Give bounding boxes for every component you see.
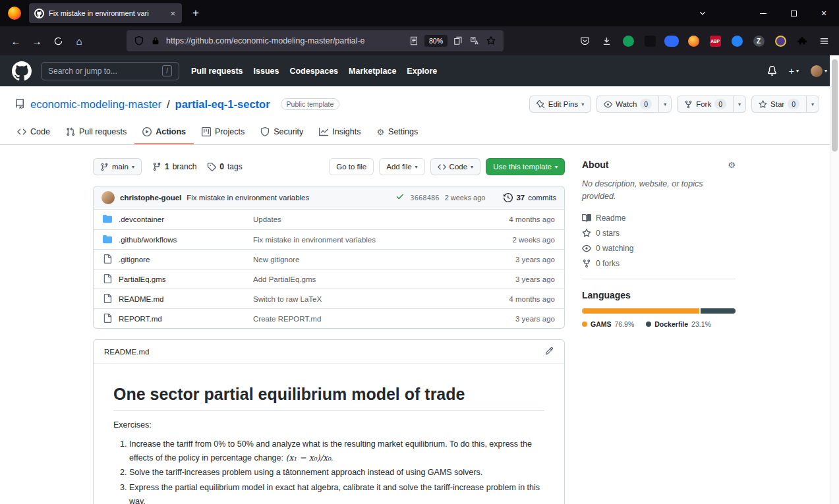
forward-button[interactable]: → [26,30,47,51]
reader-view-icon[interactable] [408,35,420,47]
file-row[interactable]: README.md Switch to raw LaTeX 4 months a… [94,289,564,308]
language-item-gams[interactable]: GAMS 76.9% [582,320,634,328]
window-minimize-button[interactable] [748,0,778,26]
extension-icon-4[interactable] [685,32,702,49]
menu-hamburger-icon[interactable] [815,32,832,49]
readme-body: One sector partial equilibrium model of … [94,364,564,504]
branch-selector-button[interactable]: main ▾ [93,158,142,175]
back-button[interactable]: ← [5,30,26,51]
translate-icon[interactable] [469,35,480,47]
watch-dropdown-button[interactable]: ▾ [659,96,672,113]
shield-icon [260,127,270,136]
page-scrollbar-track[interactable] [830,55,839,504]
downloads-icon[interactable] [598,32,615,49]
url-bar[interactable]: https://github.com/economic-modeling-mas… [127,30,504,51]
github-logo-icon[interactable] [12,61,32,81]
github-search-input[interactable]: Search or jump to... / [41,62,179,80]
about-settings-gear-icon[interactable]: ⚙ [728,160,736,170]
pocket-icon[interactable] [576,32,593,49]
tab-security[interactable]: Security [252,122,311,144]
fork-dropdown-button[interactable]: ▾ [734,96,746,113]
containers-icon[interactable] [452,35,464,47]
github-favicon [34,9,44,18]
extension-icon-3[interactable] [663,32,680,49]
extension-icon-6[interactable] [772,32,789,49]
notifications-bell-icon[interactable] [767,66,777,76]
forks-link[interactable]: 0 forks [582,259,736,268]
window-maximize-button[interactable] [778,0,809,26]
edit-pins-button[interactable]: Edit Pins ▾ [529,96,591,113]
language-item-dockerfile[interactable]: Dockerfile 23.1% [646,320,711,328]
nav-issues[interactable]: Issues [254,67,279,76]
code-download-button[interactable]: Code▾ [430,158,481,175]
readme-filename[interactable]: README.md [104,348,149,356]
file-row[interactable]: .devcontainer Updates 4 months ago [94,210,564,229]
tracking-protection-shield-icon[interactable] [133,35,145,47]
tab-projects[interactable]: Projects [194,122,252,144]
tab-actions[interactable]: Actions [134,122,194,144]
latest-commit-bar: christophe-gouel Fix mistake in environm… [93,186,565,210]
commit-message[interactable]: Fix mistake in environment variables [187,194,309,202]
extension-icon-z[interactable]: Z [750,32,767,49]
window-close-button[interactable]: × [809,0,839,26]
repo-owner-link[interactable]: economic-modeling-master [30,98,161,111]
watching-link[interactable]: 0 watching [582,244,736,253]
fork-button[interactable]: Fork 0 [677,96,734,113]
extension-icon-2[interactable] [641,32,658,49]
tab-close-icon[interactable]: × [169,9,177,18]
tags-link[interactable]: 0tags [207,162,242,171]
stars-link[interactable]: 0 stars [582,229,736,238]
commit-history-link[interactable]: 37commits [504,193,556,202]
nav-codespaces[interactable]: Codespaces [289,67,338,76]
browser-tab[interactable]: Fix mistake in environment vari × [29,3,182,23]
url-text[interactable]: https://github.com/economic-modeling-mas… [166,36,403,45]
commit-sha[interactable]: 3668486 [410,194,439,202]
github-header: Search or jump to... / Pull requests Iss… [0,55,839,86]
file-icon [103,314,113,324]
go-to-file-button[interactable]: Go to file [329,158,374,175]
add-file-button[interactable]: Add file▾ [379,158,424,175]
nav-explore[interactable]: Explore [407,67,437,76]
commit-author[interactable]: christophe-gouel [120,194,181,202]
extension-icon-abp[interactable]: ABP [707,32,724,49]
bookmark-star-icon[interactable] [485,35,497,47]
file-row[interactable]: PartialEq.gms Add PartialEq.gms 3 years … [94,269,564,289]
page-viewport: Search or jump to... / Pull requests Iss… [0,55,839,504]
tab-pull-requests[interactable]: Pull requests [58,122,134,144]
tab-settings[interactable]: ⚙Settings [368,122,426,144]
user-menu[interactable]: ▾ [811,65,827,77]
extension-icon-5[interactable] [728,32,745,49]
commit-author-avatar[interactable] [101,191,115,204]
tab-insights[interactable]: Insights [311,122,368,144]
use-this-template-button[interactable]: Use this template▾ [486,158,565,175]
nav-marketplace[interactable]: Marketplace [349,67,396,76]
file-row[interactable]: .github/workflows Fix mistake in environ… [94,229,564,249]
watch-count: 0 [640,99,652,109]
readme-link[interactable]: Readme [582,213,736,223]
reload-button[interactable] [47,30,69,51]
new-tab-button[interactable]: + [186,3,206,23]
create-new-dropdown[interactable]: +▾ [789,66,799,76]
language-bar-gams[interactable] [582,308,699,314]
edit-readme-pencil-icon[interactable] [545,347,554,356]
home-button[interactable]: ⌂ [69,30,90,51]
firefox-logo[interactable] [8,7,21,20]
watch-button[interactable]: Watch 0 [596,96,659,113]
repo-name-link[interactable]: partial-eq-1-sector [175,98,270,111]
nav-pull-requests[interactable]: Pull requests [191,67,243,76]
zoom-level-indicator[interactable]: 80% [424,35,448,47]
tab-list-chevron-icon[interactable] [693,3,712,23]
star-button[interactable]: Star 0 [751,96,807,113]
star-dropdown-button[interactable]: ▾ [807,96,819,113]
language-bar-dockerfile[interactable] [701,308,736,314]
file-row[interactable]: REPORT.md Create REPORT.md 3 years ago [94,308,564,328]
extensions-puzzle-icon[interactable] [794,32,811,49]
lock-icon[interactable] [150,35,161,47]
file-row[interactable]: .gitignore New gitignore 3 years ago [94,249,564,269]
tab-title: Fix mistake in environment vari [49,9,164,17]
extension-icon-1[interactable] [620,32,637,49]
branches-link[interactable]: 1branch [152,162,196,171]
page-scrollbar-thumb[interactable] [832,59,838,152]
tab-code[interactable]: Code [9,122,58,144]
checks-success-icon[interactable] [395,192,405,204]
